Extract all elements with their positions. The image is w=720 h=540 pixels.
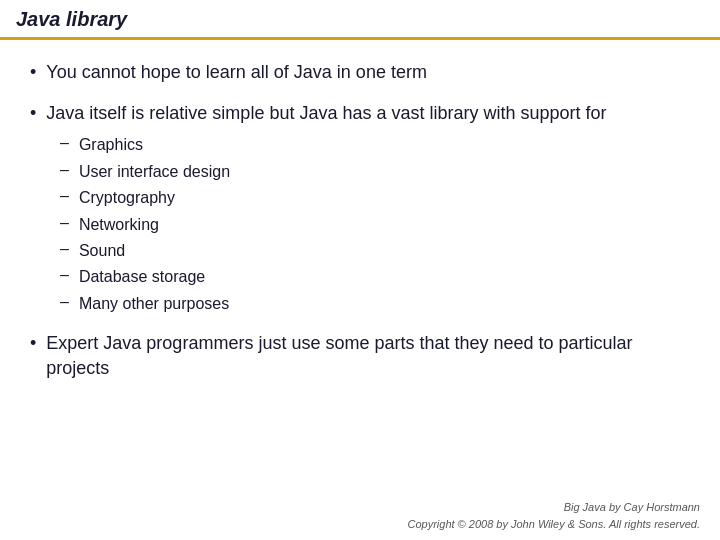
bullet-2: • Java itself is relative simple but Jav… [30,101,690,126]
sub-text-graphics: Graphics [79,134,143,156]
sub-text-cryptography: Cryptography [79,187,175,209]
sub-item-database: – Database storage [60,266,690,288]
sub-text-networking: Networking [79,214,159,236]
bullet-3: • Expert Java programmers just use some … [30,331,690,381]
sub-item-sound: – Sound [60,240,690,262]
dash-icon-1: – [60,134,69,152]
sub-item-ui-design: – User interface design [60,161,690,183]
dash-icon-3: – [60,187,69,205]
bullet-2-group: • Java itself is relative simple but Jav… [30,101,690,315]
bullet-2-text: Java itself is relative simple but Java … [46,101,606,126]
dash-icon-6: – [60,266,69,284]
bullet-3-text: Expert Java programmers just use some pa… [46,331,690,381]
title-bar: Java library [0,0,720,40]
dash-icon-4: – [60,214,69,232]
footer-line2: Copyright © 2008 by John Wiley & Sons. A… [20,516,700,533]
sub-text-other: Many other purposes [79,293,229,315]
slide-content: • You cannot hope to learn all of Java i… [0,40,720,493]
bullet-icon-1: • [30,62,36,83]
sub-text-database: Database storage [79,266,205,288]
dash-icon-5: – [60,240,69,258]
sub-list: – Graphics – User interface design – Cry… [60,134,690,315]
dash-icon-2: – [60,161,69,179]
sub-item-graphics: – Graphics [60,134,690,156]
sub-item-cryptography: – Cryptography [60,187,690,209]
bullet-icon-3: • [30,333,36,354]
bullet-1: • You cannot hope to learn all of Java i… [30,60,690,85]
slide: Java library • You cannot hope to learn … [0,0,720,540]
sub-item-other: – Many other purposes [60,293,690,315]
sub-text-ui-design: User interface design [79,161,230,183]
bullet-icon-2: • [30,103,36,124]
sub-text-sound: Sound [79,240,125,262]
slide-title: Java library [16,8,704,31]
bullet-1-text: You cannot hope to learn all of Java in … [46,60,427,85]
dash-icon-7: – [60,293,69,311]
slide-footer: Big Java by Cay Horstmann Copyright © 20… [0,493,720,540]
footer-line1: Big Java by Cay Horstmann [20,499,700,516]
sub-item-networking: – Networking [60,214,690,236]
